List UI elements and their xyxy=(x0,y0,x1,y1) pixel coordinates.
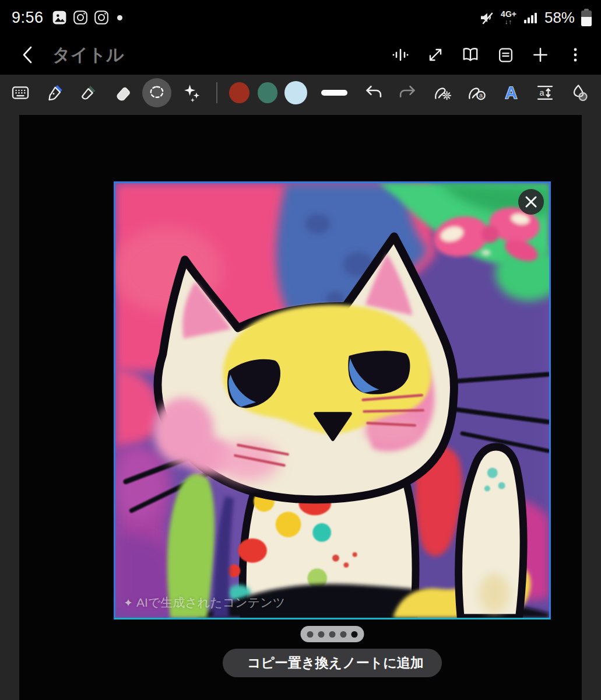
toolbar-divider xyxy=(216,82,217,103)
battery-percent: 58% xyxy=(544,9,575,27)
svg-text:a: a xyxy=(540,88,544,97)
ai-sparkle-tool[interactable] xyxy=(179,78,204,108)
canvas-area: ✦ AIで生成されたコンテンツ コピー 置き換え ノートに追加 xyxy=(0,111,601,700)
handwriting-beautify-tool[interactable] xyxy=(431,78,456,108)
color-swatch-red[interactable] xyxy=(229,82,249,103)
undo-button[interactable] xyxy=(361,78,386,108)
page-dot[interactable] xyxy=(318,631,325,638)
page-dot[interactable] xyxy=(352,631,358,638)
image-action-bar: コピー 置き換え ノートに追加 xyxy=(223,649,442,677)
page-dot[interactable] xyxy=(307,631,314,638)
title-bar: タイトル xyxy=(0,35,601,75)
expand-icon[interactable] xyxy=(425,43,446,66)
shape-recognition-tool[interactable] xyxy=(567,78,592,108)
text-style-tool[interactable]: A xyxy=(499,78,524,108)
gallery-icon xyxy=(52,10,67,25)
highlighter-tool[interactable] xyxy=(76,78,101,108)
status-bar: 9:56 4G+ ↓↑ 58% xyxy=(0,0,601,35)
svg-text:a: a xyxy=(479,92,483,99)
add-page-icon[interactable] xyxy=(530,43,551,66)
page-dot[interactable] xyxy=(340,631,347,638)
pen-tool[interactable] xyxy=(43,78,68,108)
close-image-button[interactable] xyxy=(518,189,544,215)
page-list-icon[interactable] xyxy=(495,43,516,66)
note-title-field[interactable]: タイトル xyxy=(52,43,124,67)
add-to-note-button[interactable]: ノートに追加 xyxy=(342,654,424,672)
battery-icon xyxy=(581,9,592,26)
drawing-toolbar: a A a xyxy=(0,75,601,111)
color-swatch-lightblue[interactable] xyxy=(284,81,307,104)
eraser-tool[interactable] xyxy=(111,78,136,108)
audio-waveform-icon[interactable] xyxy=(390,43,411,66)
mute-icon xyxy=(478,9,495,26)
network-indicator: 4G+ ↓↑ xyxy=(501,10,516,25)
back-button[interactable] xyxy=(16,43,40,66)
instagram-icon xyxy=(73,10,88,25)
sparkle-icon: ✦ xyxy=(124,596,133,610)
copy-button[interactable]: コピー xyxy=(247,654,288,672)
lasso-selection-tool[interactable] xyxy=(145,78,170,108)
reading-mode-icon[interactable] xyxy=(460,43,481,66)
color-swatch-teal[interactable] xyxy=(258,82,278,103)
clock: 9:56 xyxy=(12,9,44,27)
more-options-icon[interactable] xyxy=(565,43,586,66)
cat-artwork xyxy=(115,183,549,618)
ai-watermark: ✦ AIで生成されたコンテンツ xyxy=(124,594,285,611)
signal-strength-icon xyxy=(522,9,539,26)
replace-button[interactable]: 置き換え xyxy=(288,654,342,672)
instagram-icon xyxy=(94,10,109,25)
page-dot[interactable] xyxy=(329,631,336,638)
keyboard-tool[interactable] xyxy=(8,78,33,108)
convert-to-text-tool[interactable]: a xyxy=(465,78,490,108)
notification-icons xyxy=(52,10,122,25)
stroke-width-preview[interactable] xyxy=(321,90,347,96)
pagination-dots[interactable] xyxy=(301,626,364,642)
notification-dot xyxy=(117,15,122,20)
svg-text:A: A xyxy=(505,83,517,102)
redo-button[interactable] xyxy=(395,78,420,108)
text-spacing-tool[interactable]: a xyxy=(533,78,558,108)
ai-generated-image[interactable]: ✦ AIで生成されたコンテンツ xyxy=(114,181,551,620)
